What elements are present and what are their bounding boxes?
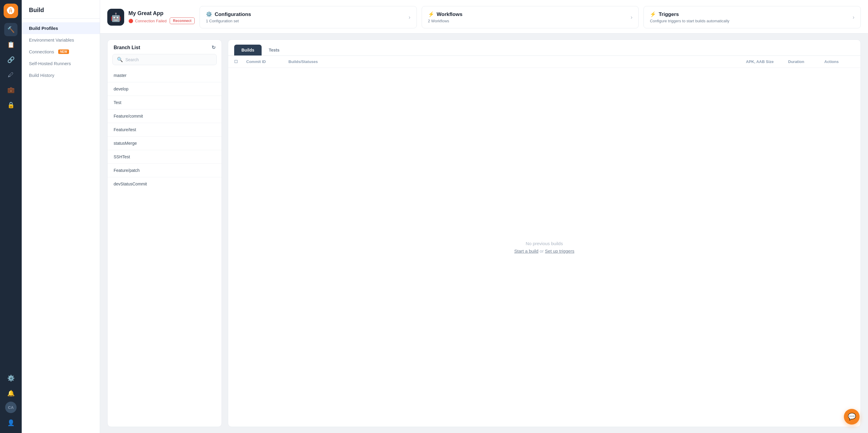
col-actions: Actions xyxy=(824,59,855,64)
user-avatar[interactable]: CA xyxy=(5,402,17,413)
sidebar-nav: Build Profiles Environment Variables Con… xyxy=(22,19,100,85)
nav-lock-icon[interactable]: 🔒 xyxy=(4,98,18,112)
branch-item[interactable]: master xyxy=(107,69,221,82)
nav-briefcase-icon[interactable]: 💼 xyxy=(4,83,18,96)
configurations-sub: 1 Configuration set xyxy=(206,19,251,23)
sidebar-item-connections[interactable]: Connections NEW xyxy=(22,46,100,58)
reconnect-button[interactable]: Reconnect xyxy=(170,18,195,24)
app-card: 🤖 My Great App 🔴 Connection Failed Recon… xyxy=(107,6,195,28)
branch-item[interactable]: statusMerge xyxy=(107,137,221,150)
empty-or-text: or xyxy=(540,249,545,254)
app-icon: 🤖 xyxy=(107,9,124,26)
triggers-card[interactable]: ⚡ Triggers Configure triggers to start b… xyxy=(644,6,861,28)
workflows-arrow: › xyxy=(630,14,632,21)
content-area: Branch List ↻ 🔍 master develop Test Feat… xyxy=(100,33,868,433)
no-builds-text: No previous builds xyxy=(526,241,563,246)
workflows-card[interactable]: ⚡ Workflows 2 Workflows › xyxy=(422,6,639,28)
nav-build-icon[interactable]: 🔨 xyxy=(4,23,18,36)
branch-item[interactable]: SSHTest xyxy=(107,150,221,164)
chat-fab-button[interactable]: 💬 xyxy=(844,409,860,425)
col-commit-id: Commit ID xyxy=(246,59,288,64)
sidebar-item-label: Self-Hosted Runners xyxy=(29,61,71,66)
sidebar-item-build-history[interactable]: Build History xyxy=(22,69,100,81)
sidebar-title: Build xyxy=(22,0,100,19)
nav-bell-icon[interactable]: 🔔 xyxy=(4,386,18,400)
nav-monitor-icon[interactable]: 📋 xyxy=(4,38,18,51)
sidebar-item-label: Build History xyxy=(29,73,54,78)
setup-triggers-link[interactable]: Set up triggers xyxy=(545,249,575,254)
configurations-arrow: › xyxy=(409,14,410,21)
branch-panel-header: Branch List ↻ xyxy=(107,40,221,54)
sidebar: Build Build Profiles Environment Variabl… xyxy=(22,0,100,433)
main-content: 🤖 My Great App 🔴 Connection Failed Recon… xyxy=(100,0,868,433)
refresh-icon[interactable]: ↻ xyxy=(212,45,216,50)
empty-state-links: Start a build or Set up triggers xyxy=(514,249,574,254)
nav-connect-icon[interactable]: 🔗 xyxy=(4,53,18,66)
workflows-sub: 2 Workflows xyxy=(428,19,463,23)
tab-tests[interactable]: Tests xyxy=(261,45,287,56)
search-box[interactable]: 🔍 xyxy=(113,54,217,65)
sidebar-item-label: Build Profiles xyxy=(29,26,58,31)
triggers-sub: Configure triggers to start builds autom… xyxy=(650,19,730,23)
configurations-card[interactable]: ⚙️ Configurations 1 Configuration set › xyxy=(199,6,417,28)
branch-list-title: Branch List xyxy=(114,45,140,50)
sidebar-item-label: Environment Variables xyxy=(29,37,74,42)
builds-empty-state: No previous builds Start a build or Set … xyxy=(228,68,861,427)
branch-item[interactable]: Test xyxy=(107,96,221,110)
col-builds-statuses: Builds/Statuses xyxy=(288,59,746,64)
triggers-title: ⚡ Triggers xyxy=(650,11,730,18)
col-apk-size: APK, AAB Size xyxy=(746,59,788,64)
col-duration: Duration xyxy=(788,59,824,64)
branch-list: master develop Test Feature/commit Featu… xyxy=(107,69,221,427)
connection-failed-icon: 🔴 xyxy=(128,19,133,23)
workflows-icon: ⚡ xyxy=(428,11,434,18)
nav-settings-icon[interactable]: ⚙️ xyxy=(4,372,18,385)
app-info: My Great App 🔴 Connection Failed Reconne… xyxy=(128,10,195,24)
nav-user-icon[interactable]: 👤 xyxy=(4,416,18,429)
branch-item[interactable]: Feature/patch xyxy=(107,164,221,177)
branch-panel: Branch List ↻ 🔍 master develop Test Feat… xyxy=(107,39,222,427)
app-name: My Great App xyxy=(128,10,195,17)
search-icon: 🔍 xyxy=(117,57,123,62)
app-logo: 🅐 xyxy=(4,4,18,18)
builds-panel: Builds Tests ☐ Commit ID Builds/Statuses… xyxy=(228,39,861,427)
sidebar-item-self-hosted[interactable]: Self-Hosted Runners xyxy=(22,58,100,69)
search-input[interactable] xyxy=(125,57,212,62)
configurations-icon: ⚙️ xyxy=(206,11,212,18)
triggers-arrow: › xyxy=(852,14,855,21)
nav-pen-icon[interactable]: 🖊 xyxy=(4,68,18,81)
branch-item[interactable]: develop xyxy=(107,82,221,96)
app-status: 🔴 Connection Failed Reconnect xyxy=(128,18,195,24)
branch-item[interactable]: Feature/test xyxy=(107,123,221,137)
branch-item[interactable]: Feature/commit xyxy=(107,110,221,123)
branch-item[interactable]: devStatusCommit xyxy=(107,177,221,191)
builds-tabs: Builds Tests xyxy=(228,40,861,56)
top-cards-row: 🤖 My Great App 🔴 Connection Failed Recon… xyxy=(100,0,868,33)
triggers-icon: ⚡ xyxy=(650,11,656,18)
status-text: Connection Failed xyxy=(135,19,167,23)
icon-rail: 🅐 🔨 📋 🔗 🖊 💼 🔒 ⚙️ 🔔 CA 👤 xyxy=(0,0,22,433)
chat-icon: 💬 xyxy=(848,413,856,421)
sidebar-item-label: Connections xyxy=(29,49,54,54)
start-build-link[interactable]: Start a build xyxy=(514,249,538,254)
table-header: ☐ Commit ID Builds/Statuses APK, AAB Siz… xyxy=(228,56,861,68)
sidebar-item-env-variables[interactable]: Environment Variables xyxy=(22,34,100,46)
connections-new-badge: NEW xyxy=(58,50,69,54)
tab-builds[interactable]: Builds xyxy=(234,45,261,56)
col-checkbox: ☐ xyxy=(234,59,246,64)
workflows-title: ⚡ Workflows xyxy=(428,11,463,18)
sidebar-item-build-profiles[interactable]: Build Profiles xyxy=(22,22,100,34)
configurations-title: ⚙️ Configurations xyxy=(206,11,251,18)
